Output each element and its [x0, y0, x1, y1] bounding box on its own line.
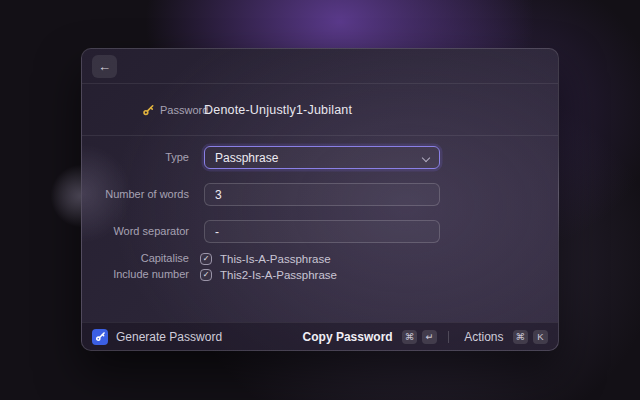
- number-of-words-row: Number of words: [82, 183, 558, 206]
- desktop-background: { "icons": { "back": "←", "check": "✓", …: [0, 0, 640, 400]
- back-arrow-icon: ←: [98, 59, 111, 74]
- word-separator-row: Word separator: [82, 220, 558, 243]
- command-title: Generate Password: [116, 330, 222, 344]
- type-select[interactable]: Passphrase: [204, 146, 440, 169]
- actions-button[interactable]: Actions: [464, 330, 503, 344]
- generator-form: Type Passphrase Number of words Word sep…: [82, 136, 558, 281]
- key-icon: [142, 103, 155, 116]
- back-button[interactable]: ←: [92, 55, 117, 78]
- password-label: Password: [160, 104, 208, 116]
- command-key-icon: ⌘: [402, 330, 418, 344]
- word-separator-input[interactable]: [204, 220, 440, 243]
- copy-password-button[interactable]: Copy Password: [303, 330, 393, 344]
- capitalise-label: Capitalise: [82, 252, 189, 265]
- generated-password-value: Denote-Unjustly1-Jubilant: [204, 103, 352, 117]
- check-icon: ✓: [203, 271, 210, 279]
- capitalise-example-text: This-Is-A-Passphrase: [220, 253, 331, 265]
- password-generator-window: ← Password Denote-Unjustly1-Jubilant Typ…: [81, 48, 559, 351]
- type-label: Type: [82, 151, 189, 164]
- capitalise-checkbox[interactable]: ✓: [200, 253, 212, 265]
- generated-password-row: Password Denote-Unjustly1-Jubilant: [82, 84, 558, 136]
- k-key-icon: K: [533, 330, 548, 344]
- include-number-row: Include number ✓ This2-Is-A-Passphrase: [82, 268, 558, 281]
- include-number-example-text: This2-Is-A-Passphrase: [220, 269, 337, 281]
- footer-divider: [448, 331, 449, 343]
- type-row: Type Passphrase: [82, 146, 558, 169]
- key-icon: [95, 331, 106, 342]
- command-key-icon: ⌘: [513, 330, 529, 344]
- app-icon: [92, 329, 108, 345]
- capitalise-row: Capitalise ✓ This-Is-A-Passphrase: [82, 252, 558, 265]
- action-bar: Generate Password Copy Password ⌘ ↵ Acti…: [82, 322, 558, 350]
- password-label-group: Password: [142, 103, 208, 116]
- include-number-label: Include number: [82, 268, 189, 281]
- type-select-value: Passphrase: [215, 151, 278, 165]
- word-separator-label: Word separator: [82, 225, 189, 238]
- number-of-words-label: Number of words: [82, 188, 189, 201]
- return-key-icon: ↵: [422, 330, 437, 344]
- include-number-checkbox[interactable]: ✓: [200, 269, 212, 281]
- number-of-words-input[interactable]: [204, 183, 440, 206]
- chevron-down-icon: [423, 155, 430, 162]
- check-icon: ✓: [203, 255, 210, 263]
- window-header: ←: [82, 49, 558, 84]
